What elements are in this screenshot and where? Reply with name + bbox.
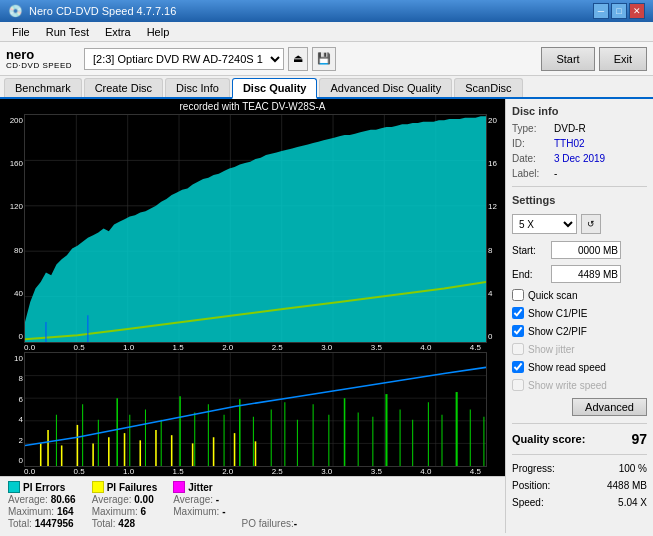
minimize-button[interactable]: ─ bbox=[593, 3, 609, 19]
upper-ry-20: 20 bbox=[488, 116, 504, 125]
advanced-button[interactable]: Advanced bbox=[572, 398, 647, 416]
quality-label: Quality score: bbox=[512, 433, 585, 445]
show-write-label: Show write speed bbox=[528, 380, 607, 391]
x-1.0: 1.0 bbox=[123, 343, 134, 352]
quality-value: 97 bbox=[631, 431, 647, 447]
lower-y-0: 0 bbox=[1, 456, 23, 465]
lx-2.0: 2.0 bbox=[222, 467, 233, 476]
x-0.5: 0.5 bbox=[74, 343, 85, 352]
show-read-checkbox[interactable] bbox=[512, 361, 524, 373]
save-button[interactable]: 💾 bbox=[312, 47, 336, 71]
divider1 bbox=[512, 186, 647, 187]
lx-1.5: 1.5 bbox=[173, 467, 184, 476]
lower-y-2: 2 bbox=[1, 436, 23, 445]
end-input[interactable] bbox=[551, 265, 621, 283]
upper-y-80: 80 bbox=[1, 246, 23, 255]
lx-1.0: 1.0 bbox=[123, 467, 134, 476]
pi-errors-color bbox=[8, 481, 20, 493]
start-label: Start: bbox=[512, 245, 547, 256]
menu-file[interactable]: File bbox=[4, 24, 38, 40]
menu-bar: File Run Test Extra Help bbox=[0, 22, 653, 42]
upper-ry-0: 0 bbox=[488, 332, 504, 341]
main-content: recorded with TEAC DV-W28S-A 200 160 120… bbox=[0, 99, 653, 533]
upper-y-200: 200 bbox=[1, 116, 23, 125]
po-failures-value: - bbox=[294, 518, 297, 529]
lower-y-4: 4 bbox=[1, 415, 23, 424]
speed-row: Speed: 5.04 X bbox=[512, 497, 647, 508]
end-label: End: bbox=[512, 269, 547, 280]
start-button[interactable]: Start bbox=[541, 47, 594, 71]
upper-y-120: 120 bbox=[1, 202, 23, 211]
settings-title: Settings bbox=[512, 194, 647, 206]
eject-button[interactable]: ⏏ bbox=[288, 47, 308, 71]
nero-logo: nero CD·DVD SPEED bbox=[6, 48, 72, 70]
position-label: Position: bbox=[512, 480, 550, 491]
lx-4.0: 4.0 bbox=[420, 467, 431, 476]
x-2.0: 2.0 bbox=[222, 343, 233, 352]
exit-button[interactable]: Exit bbox=[599, 47, 647, 71]
position-row: Position: 4488 MB bbox=[512, 480, 647, 491]
app-icon: 💿 bbox=[8, 4, 23, 18]
lx-0.5: 0.5 bbox=[74, 467, 85, 476]
menu-run-test[interactable]: Run Test bbox=[38, 24, 97, 40]
title-bar: 💿 Nero CD-DVD Speed 4.7.7.16 ─ □ ✕ bbox=[0, 0, 653, 22]
upper-ry-8: 8 bbox=[488, 246, 504, 255]
menu-extra[interactable]: Extra bbox=[97, 24, 139, 40]
show-jitter-checkbox bbox=[512, 343, 524, 355]
x-4.0: 4.0 bbox=[420, 343, 431, 352]
progress-value: 100 % bbox=[619, 463, 647, 474]
speed-select[interactable]: 5 X 4 X 8 X MAX bbox=[512, 214, 577, 234]
close-button[interactable]: ✕ bbox=[629, 3, 645, 19]
pi-failures-total: 428 bbox=[118, 518, 135, 529]
lx-2.5: 2.5 bbox=[272, 467, 283, 476]
show-c1-checkbox[interactable] bbox=[512, 307, 524, 319]
start-input[interactable] bbox=[551, 241, 621, 259]
maximize-button[interactable]: □ bbox=[611, 3, 627, 19]
id-value: TTH02 bbox=[554, 138, 585, 149]
x-3.0: 3.0 bbox=[321, 343, 332, 352]
quick-scan-checkbox[interactable] bbox=[512, 289, 524, 301]
type-value: DVD-R bbox=[554, 123, 586, 134]
start-row: Start: bbox=[512, 241, 647, 259]
legend-area: PI Errors Average: 80.66 Maximum: 164 To… bbox=[0, 476, 505, 533]
progress-label: Progress: bbox=[512, 463, 555, 474]
jitter-color bbox=[173, 481, 185, 493]
tab-advanced-disc-quality[interactable]: Advanced Disc Quality bbox=[319, 78, 452, 97]
tab-scan-disc[interactable]: ScanDisc bbox=[454, 78, 522, 97]
pi-failures-avg: 0.00 bbox=[134, 494, 153, 505]
drive-select[interactable]: [2:3] Optiarc DVD RW AD-7240S 1.04 bbox=[84, 48, 284, 70]
show-write-row: Show write speed bbox=[512, 379, 647, 391]
pi-failures-max: 6 bbox=[141, 506, 147, 517]
quick-scan-label: Quick scan bbox=[528, 290, 577, 301]
quality-row: Quality score: 97 bbox=[512, 431, 647, 447]
tab-disc-quality[interactable]: Disc Quality bbox=[232, 78, 318, 99]
menu-help[interactable]: Help bbox=[139, 24, 178, 40]
tab-create-disc[interactable]: Create Disc bbox=[84, 78, 163, 97]
nero-logo-sub: CD·DVD SPEED bbox=[6, 61, 72, 70]
lx-3.5: 3.5 bbox=[371, 467, 382, 476]
show-c1-row: Show C1/PIE bbox=[512, 307, 647, 319]
x-4.5: 4.5 bbox=[470, 343, 481, 352]
window-controls: ─ □ ✕ bbox=[593, 3, 645, 19]
lower-y-10: 10 bbox=[1, 354, 23, 363]
tabs: Benchmark Create Disc Disc Info Disc Qua… bbox=[0, 76, 653, 99]
show-jitter-label: Show jitter bbox=[528, 344, 575, 355]
settings-refresh-btn[interactable]: ↺ bbox=[581, 214, 601, 234]
show-jitter-row: Show jitter bbox=[512, 343, 647, 355]
jitter-label: Jitter bbox=[188, 482, 212, 493]
jitter-max: - bbox=[222, 506, 225, 517]
date-label: Date: bbox=[512, 153, 550, 164]
app-title: Nero CD-DVD Speed 4.7.7.16 bbox=[29, 5, 176, 17]
upper-chart-svg bbox=[25, 115, 486, 342]
show-c2-checkbox[interactable] bbox=[512, 325, 524, 337]
upper-y-40: 40 bbox=[1, 289, 23, 298]
pi-errors-label: PI Errors bbox=[23, 482, 65, 493]
divider3 bbox=[512, 454, 647, 455]
progress-row: Progress: 100 % bbox=[512, 463, 647, 474]
tab-disc-info[interactable]: Disc Info bbox=[165, 78, 230, 97]
pi-errors-avg: 80.66 bbox=[51, 494, 76, 505]
disc-info-title: Disc info bbox=[512, 105, 647, 117]
tab-benchmark[interactable]: Benchmark bbox=[4, 78, 82, 97]
upper-ry-4: 4 bbox=[488, 289, 504, 298]
pi-errors-total: 1447956 bbox=[35, 518, 74, 529]
